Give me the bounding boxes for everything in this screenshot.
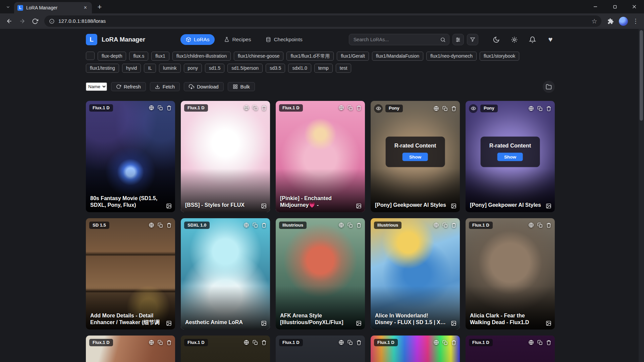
copy-icon[interactable] <box>442 340 448 345</box>
preview-image-icon[interactable] <box>166 320 172 326</box>
civitai-globe-icon[interactable] <box>149 222 154 228</box>
folder-tag[interactable]: flux1 <box>151 52 169 61</box>
delete-icon[interactable] <box>451 223 457 228</box>
sort-select[interactable]: Name <box>86 82 107 91</box>
folder-tag[interactable]: flux1/testing <box>86 64 119 73</box>
bookmark-star-icon[interactable]: ☆ <box>589 16 599 26</box>
tab-search-button[interactable] <box>3 2 13 12</box>
copy-icon[interactable] <box>537 340 543 345</box>
folder-tag[interactable]: test <box>336 64 352 73</box>
lora-card[interactable]: Flux.1 D [BSS] - Styles for FLUX <box>181 101 270 212</box>
profile-avatar[interactable] <box>619 17 628 26</box>
browser-tab[interactable]: L LoRA Manager × <box>14 2 92 13</box>
copy-icon[interactable] <box>347 223 353 228</box>
lora-card[interactable]: Flux.1 D <box>181 336 270 362</box>
fetch-button[interactable]: Fetch <box>150 82 180 91</box>
tab-close-icon[interactable]: × <box>82 5 89 11</box>
search-options-button[interactable] <box>452 34 464 45</box>
lora-card[interactable]: Flux.1 D <box>276 336 365 362</box>
civitai-globe-icon[interactable] <box>149 105 154 111</box>
folder-tag[interactable]: lumink <box>159 64 180 73</box>
folder-tag[interactable]: sd3.5 <box>266 64 285 73</box>
delete-icon[interactable] <box>356 340 362 345</box>
tab-recipes[interactable]: Recipes <box>219 34 256 45</box>
lora-card[interactable]: SD 1.5 Add More Details - Detail Enhance… <box>86 218 175 329</box>
settings-button[interactable] <box>509 35 519 45</box>
preview-image-icon[interactable] <box>451 203 457 209</box>
lora-card[interactable]: Illustrious AFK Arena Style [Illustrious… <box>276 218 365 329</box>
lora-card[interactable]: Flux.1 D [Pinkie] - Enchanted Midjourney… <box>276 101 365 212</box>
window-minimize-button[interactable] <box>586 0 605 13</box>
folder-tag[interactable]: flux1/MandalaFusion <box>372 52 423 61</box>
address-bar[interactable]: 127.0.0.1:8188/loras ☆ <box>44 15 601 27</box>
delete-icon[interactable] <box>261 340 267 345</box>
favorites-button[interactable]: ♥ <box>545 35 555 45</box>
back-button[interactable] <box>3 15 15 27</box>
nsfw-show-button[interactable]: Show <box>402 153 428 161</box>
folder-tag[interactable]: temp <box>314 64 333 73</box>
delete-icon[interactable] <box>261 105 267 111</box>
window-maximize-button[interactable] <box>605 0 625 13</box>
lora-card[interactable]: Flux.1 D Alicia Clark - Fear the Walking… <box>466 218 555 329</box>
copy-icon[interactable] <box>158 105 163 111</box>
window-close-button[interactable] <box>625 0 644 13</box>
folder-tag[interactable]: sd1.5 <box>205 64 224 73</box>
nsfw-show-button[interactable]: Show <box>497 153 523 161</box>
copy-icon[interactable] <box>253 340 258 345</box>
civitai-globe-icon[interactable] <box>433 222 439 228</box>
folder-tag[interactable]: flux1/chinese-goose <box>234 52 284 61</box>
copy-icon[interactable] <box>158 340 163 345</box>
preview-image-icon[interactable] <box>166 203 172 209</box>
scrollbar[interactable] <box>639 29 644 362</box>
lora-card[interactable]: Illustrious Alice In Wonderland! Disney … <box>371 218 460 329</box>
folder-tag[interactable]: sd1.5/person <box>227 64 263 73</box>
folder-tag[interactable]: flux-depth <box>98 52 126 61</box>
lora-card[interactable]: Flux.1 D <box>371 336 460 362</box>
civitai-globe-icon[interactable] <box>528 340 534 345</box>
copy-icon[interactable] <box>537 106 543 111</box>
lora-card[interactable]: Flux.1 D <box>86 336 175 362</box>
civitai-globe-icon[interactable] <box>528 222 534 228</box>
civitai-globe-icon[interactable] <box>528 106 534 111</box>
preview-image-icon[interactable] <box>261 320 267 326</box>
preview-image-icon[interactable] <box>546 320 551 326</box>
copy-icon[interactable] <box>442 106 448 111</box>
eye-icon-button[interactable] <box>469 104 478 113</box>
folder-tag[interactable]: flux1/neo-dynomech <box>426 52 477 61</box>
tab-loras[interactable]: LoRAs <box>180 34 215 45</box>
url-text[interactable]: 127.0.0.1:8188/loras <box>58 18 586 24</box>
preview-image-icon[interactable] <box>356 320 362 326</box>
copy-icon[interactable] <box>253 105 258 111</box>
browser-menu-icon[interactable]: ⋮ <box>631 16 641 26</box>
copy-icon[interactable] <box>347 105 353 111</box>
copy-icon[interactable] <box>537 223 543 228</box>
preview-image-icon[interactable] <box>451 320 457 326</box>
civitai-globe-icon[interactable] <box>433 106 439 111</box>
site-info-icon[interactable] <box>49 18 55 24</box>
download-button[interactable]: Download <box>184 82 224 91</box>
forward-button[interactable] <box>16 15 28 27</box>
copy-icon[interactable] <box>442 223 448 228</box>
delete-icon[interactable] <box>356 223 362 228</box>
civitai-globe-icon[interactable] <box>244 105 249 111</box>
bulk-button[interactable]: Bulk <box>228 82 255 91</box>
copy-icon[interactable] <box>347 340 353 345</box>
preview-image-icon[interactable] <box>261 203 267 209</box>
folder-tag[interactable]: flux1/children-illustration <box>172 52 231 61</box>
search-icon[interactable] <box>439 36 447 44</box>
lora-card[interactable]: Flux.1 D 80s Fantasy Movie (SD1.5, SDXL,… <box>86 101 175 212</box>
eye-icon-button[interactable] <box>374 104 383 113</box>
civitai-globe-icon[interactable] <box>433 340 439 345</box>
delete-icon[interactable] <box>546 106 551 111</box>
refresh-button[interactable]: Refresh <box>111 82 146 91</box>
new-tab-button[interactable]: + <box>95 2 105 12</box>
folder-tag[interactable]: flux1/flux1.d不常用 <box>286 52 334 61</box>
theme-toggle-button[interactable] <box>491 35 501 45</box>
delete-icon[interactable] <box>546 340 551 345</box>
delete-icon[interactable] <box>451 340 457 345</box>
delete-icon[interactable] <box>166 340 172 345</box>
delete-icon[interactable] <box>546 223 551 228</box>
lora-card[interactable]: Flux.1 D <box>466 336 555 362</box>
scrollbar-thumb[interactable] <box>640 30 643 121</box>
copy-icon[interactable] <box>253 223 258 228</box>
